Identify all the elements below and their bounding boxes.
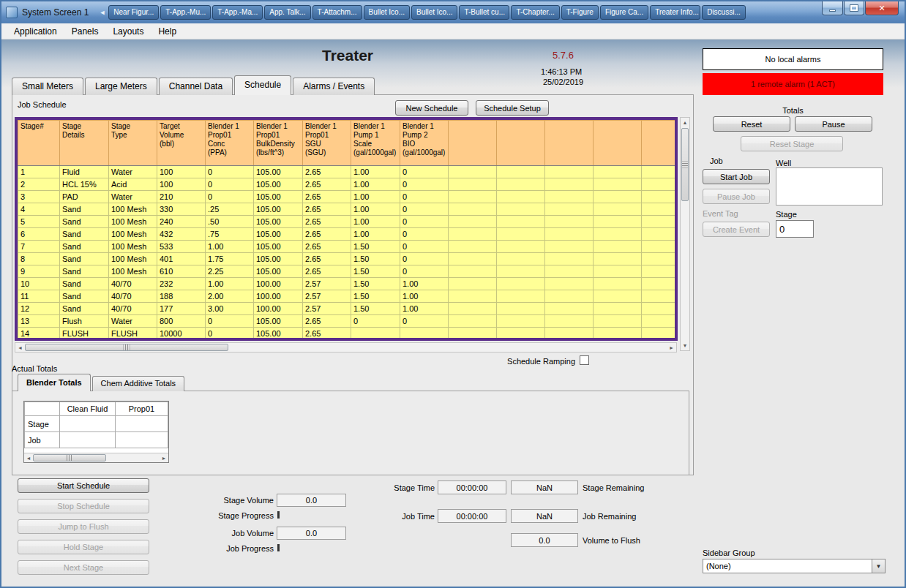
schedule-cell[interactable] bbox=[497, 203, 545, 216]
schedule-cell[interactable] bbox=[449, 228, 497, 241]
schedule-cell[interactable]: 2.57 bbox=[303, 303, 351, 315]
schedule-cell[interactable] bbox=[642, 178, 675, 191]
schedule-ramping-checkbox[interactable] bbox=[580, 355, 589, 365]
schedule-cell[interactable]: 0 bbox=[351, 315, 400, 328]
schedule-cell[interactable] bbox=[545, 166, 594, 178]
schedule-cell[interactable]: Sand bbox=[60, 216, 109, 228]
schedule-cell[interactable]: 105.00 bbox=[254, 253, 303, 265]
schedule-cell[interactable] bbox=[594, 241, 642, 253]
schedule-cell[interactable]: 0 bbox=[400, 315, 449, 328]
schedule-setup-button[interactable]: Schedule Setup bbox=[476, 100, 549, 116]
chevron-left-icon[interactable]: ◄ bbox=[99, 9, 105, 16]
totals-horizontal-scrollbar[interactable]: ◄ ► bbox=[24, 453, 168, 462]
tab-schedule[interactable]: Schedule bbox=[234, 75, 291, 95]
schedule-cell[interactable]: 100 Mesh bbox=[109, 241, 157, 253]
schedule-cell[interactable] bbox=[642, 241, 675, 253]
schedule-cell[interactable]: 105.00 bbox=[254, 203, 303, 216]
schedule-cell[interactable] bbox=[594, 328, 642, 340]
schedule-cell[interactable]: 1.50 bbox=[351, 303, 400, 315]
title-tab[interactable]: Bullet Ico... bbox=[411, 5, 457, 20]
schedule-cell[interactable]: 105.00 bbox=[254, 178, 303, 191]
schedule-cell[interactable]: 2.65 bbox=[303, 241, 351, 253]
schedule-cell[interactable]: 40/70 bbox=[109, 303, 157, 315]
minimize-button[interactable] bbox=[822, 1, 843, 15]
schedule-cell[interactable] bbox=[497, 278, 545, 290]
schedule-cell[interactable]: 0 bbox=[400, 203, 449, 216]
tab-blender-totals[interactable]: Blender Totals bbox=[18, 374, 91, 391]
schedule-vertical-scrollbar[interactable]: ▲ ▼ bbox=[680, 117, 690, 351]
schedule-cell[interactable]: 100.00 bbox=[254, 290, 303, 303]
schedule-cell[interactable]: 800 bbox=[157, 315, 206, 328]
schedule-cell[interactable]: Sand bbox=[60, 278, 109, 290]
schedule-cell[interactable]: 2.65 bbox=[303, 253, 351, 265]
start-schedule-button[interactable]: Start Schedule bbox=[18, 478, 149, 493]
title-tab[interactable]: T-App.-Mu... bbox=[160, 5, 211, 20]
schedule-cell[interactable] bbox=[642, 278, 675, 290]
schedule-cell[interactable] bbox=[497, 303, 545, 315]
schedule-cell[interactable] bbox=[449, 303, 497, 315]
title-tab[interactable]: T-App.-Ma... bbox=[212, 5, 263, 20]
schedule-cell[interactable]: Sand bbox=[60, 241, 109, 253]
schedule-cell[interactable] bbox=[449, 265, 497, 278]
schedule-cell[interactable]: 2.65 bbox=[303, 191, 351, 203]
schedule-cell[interactable]: Sand bbox=[60, 265, 109, 278]
schedule-cell[interactable]: 401 bbox=[157, 253, 206, 265]
start-job-button[interactable]: Start Job bbox=[703, 169, 770, 184]
schedule-cell[interactable] bbox=[449, 290, 497, 303]
schedule-cell[interactable] bbox=[642, 290, 675, 303]
schedule-cell[interactable] bbox=[545, 241, 594, 253]
schedule-cell[interactable]: 533 bbox=[157, 241, 206, 253]
schedule-cell[interactable]: 10000 bbox=[157, 328, 206, 340]
sidebar-group-dropdown[interactable]: (None) ▼ bbox=[703, 559, 886, 573]
schedule-cell[interactable]: 9 bbox=[18, 265, 60, 278]
title-tab[interactable]: App. Talk... bbox=[264, 5, 310, 20]
schedule-cell[interactable] bbox=[497, 216, 545, 228]
schedule-cell[interactable] bbox=[642, 228, 675, 241]
schedule-cell[interactable] bbox=[594, 278, 642, 290]
schedule-cell[interactable]: 8 bbox=[18, 253, 60, 265]
schedule-cell[interactable]: 40/70 bbox=[109, 278, 157, 290]
schedule-cell[interactable] bbox=[642, 216, 675, 228]
stage-input[interactable]: 0 bbox=[776, 220, 814, 238]
tab-large-meters[interactable]: Large Meters bbox=[85, 78, 157, 95]
schedule-cell[interactable] bbox=[497, 253, 545, 265]
schedule-cell[interactable] bbox=[545, 328, 594, 340]
schedule-cell[interactable]: 2.57 bbox=[303, 278, 351, 290]
schedule-cell[interactable] bbox=[497, 191, 545, 203]
schedule-cell[interactable]: HCL 15% bbox=[60, 178, 109, 191]
schedule-cell[interactable] bbox=[545, 178, 594, 191]
reset-button[interactable]: Reset bbox=[713, 116, 790, 132]
title-tab[interactable]: T-Figure bbox=[561, 5, 599, 20]
schedule-cell[interactable]: 4 bbox=[18, 203, 60, 216]
schedule-cell[interactable]: 1.50 bbox=[351, 278, 400, 290]
schedule-cell[interactable]: Sand bbox=[60, 203, 109, 216]
schedule-cell[interactable] bbox=[642, 265, 675, 278]
close-button[interactable]: ✕ bbox=[865, 1, 899, 15]
scroll-up-icon[interactable]: ▲ bbox=[681, 118, 689, 127]
schedule-cell[interactable]: 1.75 bbox=[206, 253, 254, 265]
schedule-cell[interactable]: 0 bbox=[400, 166, 449, 178]
title-tab[interactable]: Treater Info... bbox=[650, 5, 700, 20]
schedule-cell[interactable] bbox=[642, 203, 675, 216]
schedule-cell[interactable]: 0 bbox=[400, 178, 449, 191]
schedule-cell[interactable] bbox=[594, 178, 642, 191]
schedule-cell[interactable]: Sand bbox=[60, 228, 109, 241]
schedule-cell[interactable]: 0 bbox=[206, 315, 254, 328]
schedule-cell[interactable]: 1.00 bbox=[400, 278, 449, 290]
schedule-cell[interactable] bbox=[449, 203, 497, 216]
schedule-cell[interactable] bbox=[497, 328, 545, 340]
schedule-cell[interactable]: 1.00 bbox=[351, 216, 400, 228]
schedule-cell[interactable]: 3.00 bbox=[206, 303, 254, 315]
schedule-cell[interactable]: Water bbox=[109, 191, 157, 203]
scroll-right-icon[interactable]: ► bbox=[667, 343, 676, 352]
schedule-cell[interactable]: 0 bbox=[206, 328, 254, 340]
schedule-cell[interactable]: 6 bbox=[18, 228, 60, 241]
schedule-cell[interactable]: 105.00 bbox=[254, 166, 303, 178]
schedule-cell[interactable]: 13 bbox=[18, 315, 60, 328]
title-tab[interactable]: T-Chapter... bbox=[511, 5, 559, 20]
schedule-cell[interactable] bbox=[594, 303, 642, 315]
schedule-cell[interactable]: Water bbox=[109, 315, 157, 328]
schedule-cell[interactable]: 105.00 bbox=[254, 265, 303, 278]
pause-button[interactable]: Pause bbox=[795, 116, 872, 132]
schedule-cell[interactable]: 0 bbox=[400, 253, 449, 265]
